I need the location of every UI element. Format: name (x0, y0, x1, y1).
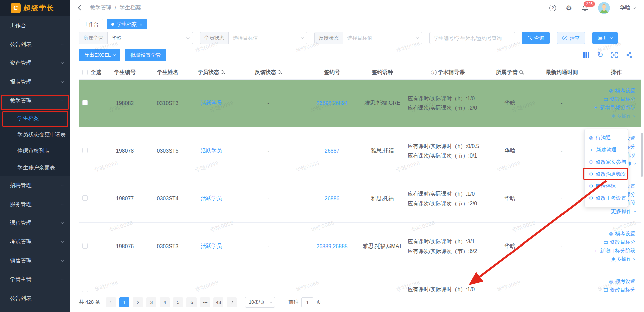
fullscreen-icon[interactable] (611, 52, 618, 58)
op-link-修改目标分[interactable]: ▤修改目标分 (604, 287, 635, 292)
tab-workbench[interactable]: 工作台 (79, 19, 103, 29)
page-size-select[interactable]: 10条/页 (245, 297, 275, 308)
export-excel-button[interactable]: 导出EXCEL (79, 49, 120, 61)
tab-student-archive[interactable]: 学生档案 × (107, 19, 147, 29)
cell-feedback-status: - (267, 196, 269, 202)
sign-number-link[interactable]: 26892,26894 (316, 100, 347, 106)
sidebar-subitem-停课审核列表[interactable]: 停课审核列表 (0, 143, 70, 160)
sign-number-link[interactable]: 26889,26885 (316, 243, 347, 249)
next-page-button[interactable] (227, 297, 237, 307)
chevron-up-icon (60, 100, 63, 102)
goto-page-input[interactable] (301, 297, 313, 307)
sidebar-item-课程管理[interactable]: 课程管理 (0, 214, 70, 232)
page-button-2[interactable]: 2 (133, 297, 143, 307)
filter-student-status-select[interactable]: 学员状态 选择目标值 (200, 32, 307, 44)
select-all-checkbox[interactable] (82, 70, 88, 75)
sign-number-link[interactable]: 26887 (325, 148, 340, 154)
query-button[interactable]: 查询 (522, 32, 550, 44)
sidebar-subitem-label: 学生账户余额表 (17, 164, 55, 171)
notification-bell-icon[interactable]: 225 (581, 4, 589, 12)
dropdown-item-修改家长参与[interactable]: ⚇修改家长参与 (585, 156, 628, 168)
grid-view-icon[interactable] (583, 52, 589, 58)
sidebar-item-考试管理[interactable]: 考试管理 (0, 232, 70, 251)
filter-feedback-status-select[interactable]: 反馈状态 选择目标值 (314, 32, 422, 44)
row-checkbox[interactable] (82, 195, 88, 201)
op-link-模考设置[interactable]: ◎模考设置 (609, 278, 635, 285)
filter-manager-select[interactable]: 所属学管 华晗 (79, 32, 193, 44)
batch-set-manager-button[interactable]: 批量设置学管 (125, 49, 166, 61)
student-status-link[interactable]: 活跃学员 (201, 195, 222, 201)
user-menu[interactable]: 华晗 (620, 4, 635, 11)
student-status-link[interactable]: 活跃学员 (201, 100, 222, 106)
op-link-更多操作[interactable]: 更多操作 (611, 113, 635, 119)
sidebar-item-学管主管[interactable]: 学管主管 (0, 270, 70, 289)
sidebar-item-报表管理[interactable]: 报表管理 (0, 73, 70, 91)
clear-button[interactable]: 清空 (557, 32, 585, 44)
dropdown-item-新建沟通[interactable]: ＋新建沟通 (585, 144, 628, 156)
page-button-4[interactable]: 4 (160, 297, 170, 307)
page-button-5[interactable]: 5 (173, 297, 183, 307)
sidebar-subitem-学生账户余额表[interactable]: 学生账户余额表 (0, 160, 70, 176)
dropdown-item-修改沟通频次[interactable]: ⚙修改沟通频次 (585, 168, 628, 180)
row-checkbox[interactable] (82, 100, 88, 105)
column-settings-icon[interactable] (626, 52, 632, 58)
student-status-link[interactable]: 活跃学员 (201, 243, 222, 249)
op-link-新增目标分阶段[interactable]: ＋新增目标分阶段 (593, 104, 635, 111)
cell-student-name: 0303ST4 (157, 196, 179, 202)
sidebar-item-教学管理[interactable]: 教学管理 (0, 91, 70, 110)
op-link-修改目标分[interactable]: ▤修改目标分 (604, 96, 635, 102)
op-link-新增目标分阶段[interactable]: ＋新增目标分阶段 (593, 248, 635, 254)
cell-sign-language: 雅思,托福 (371, 195, 394, 202)
scrollbar-thumb[interactable] (641, 133, 643, 177)
breadcrumb-item[interactable]: 教学管理 (90, 4, 111, 11)
expand-button[interactable]: 展开 (592, 32, 618, 44)
sidebar-subitem-学员状态变更申请表[interactable]: 学员状态变更申请表 (0, 127, 70, 143)
chevron-left-icon (109, 301, 113, 304)
dropdown-item-待沟通[interactable]: ◎待沟通 (585, 132, 628, 144)
column-label: 学术辅导课 (438, 69, 465, 76)
page-button-43[interactable]: 43 (213, 297, 223, 307)
settings-gear-icon[interactable]: ⚙ (566, 4, 572, 11)
page-button-3[interactable]: 3 (146, 297, 156, 307)
dropdown-item-label: 待沟通 (596, 135, 611, 141)
dropdown-item-修改正考设置[interactable]: ⚙修改正考设置 (585, 192, 628, 204)
student-status-link[interactable]: 活跃学员 (201, 148, 222, 153)
info-icon[interactable]: i (431, 70, 437, 75)
sidebar-item-公告列表[interactable]: 公告列表 (0, 289, 70, 308)
column-header-学术辅导课: i学术辅导课 (431, 69, 465, 76)
column-search-icon[interactable] (519, 70, 524, 75)
sidebar-subitem-学生档案[interactable]: 学生档案 (0, 110, 70, 127)
sidebar-item-招聘管理[interactable]: 招聘管理 (0, 176, 70, 195)
help-icon[interactable]: ? (549, 5, 556, 11)
chevron-down-icon (61, 183, 64, 186)
column-search-icon[interactable] (277, 70, 282, 75)
row-checkbox[interactable] (82, 148, 88, 153)
sidebar-item-服务管理[interactable]: 服务管理 (0, 195, 70, 214)
sign-number-link[interactable]: 26886 (325, 196, 340, 202)
refresh-icon[interactable]: ↻ (597, 51, 603, 59)
search-input[interactable] (429, 32, 515, 44)
avatar[interactable] (598, 2, 610, 14)
sidebar-item-工作台[interactable]: 工作台 (0, 16, 70, 35)
column-header-签约语种: 签约语种 (372, 69, 393, 76)
row-checkbox[interactable] (82, 243, 88, 249)
sidebar-item-资产管理[interactable]: 资产管理 (0, 54, 70, 73)
op-link-修改目标分[interactable]: ▤修改目标分 (604, 239, 635, 246)
op-link-更多操作[interactable]: 更多操作 (611, 256, 635, 262)
column-search-icon[interactable] (220, 70, 225, 75)
back-icon[interactable] (78, 5, 84, 11)
op-link-模考设置[interactable]: ◎模考设置 (609, 231, 635, 237)
pagination: 共 428 条 123456•••43 10条/页 前往 页 (70, 292, 644, 312)
page-button-6[interactable]: 6 (186, 297, 197, 307)
prev-page-button[interactable] (106, 297, 116, 307)
dropdown-item-申请停课[interactable]: ⚙申请停课 (585, 180, 628, 192)
page-button-•••[interactable]: ••• (200, 297, 210, 307)
chevron-down-icon (633, 162, 636, 164)
target-icon: ◎ (609, 279, 613, 284)
sidebar-item-销售管理[interactable]: 销售管理 (0, 251, 70, 270)
sidebar-item-公告列表[interactable]: 公告列表 (0, 35, 70, 54)
op-link-模考设置[interactable]: ◎模考设置 (609, 88, 635, 94)
tab-close-icon[interactable]: × (140, 22, 142, 27)
op-link-更多操作[interactable]: 更多操作 (611, 208, 635, 215)
page-button-1[interactable]: 1 (119, 297, 129, 307)
